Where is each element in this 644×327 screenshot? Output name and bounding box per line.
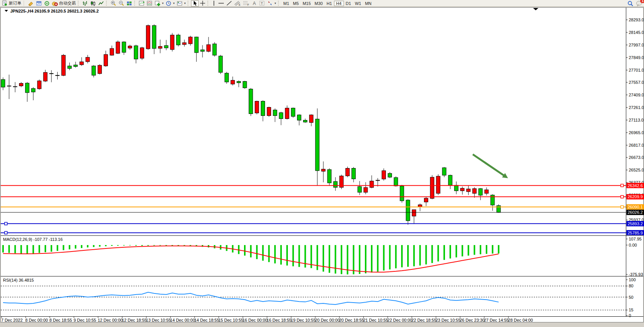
time-label: 8 Dec 18:55 [50,318,72,322]
rsi-axis-label: 50 [629,295,633,300]
price-tick-label: 26965.0 [629,130,644,135]
zoom-in-icon [110,0,116,6]
timeframe-m1[interactable]: M1 [281,1,291,6]
candle [183,43,186,45]
svg-text:T: T [261,2,263,5]
zoom-in-button[interactable] [109,0,117,6]
time-label: 12 Dec 00:00 [98,318,122,322]
svg-text:A: A [253,1,256,6]
indicator-windows-button[interactable] [146,0,153,6]
timeframe-m15[interactable]: M15 [301,1,313,6]
macd-bar [419,245,421,266]
timeframe-m5[interactable]: M5 [291,1,300,6]
fibonacci-icon: F [243,0,250,6]
candle [213,44,217,55]
candle [62,55,66,75]
tile-windows-button[interactable] [125,0,133,6]
toolbar: 新订单 自动交易 ▾ ▾ [0,0,644,7]
time-label: 20 Dec 18:55 [339,318,364,322]
candlestick-chart-button[interactable] [89,0,97,6]
macd-bar [268,245,270,262]
macd-bar [123,245,125,245]
macd-bar [431,245,433,263]
vertical-line-button[interactable] [211,0,217,6]
horizontal-line-button[interactable] [217,0,225,6]
candle [485,190,488,193]
timeframe-mn[interactable]: MN [363,1,373,6]
open-chart-button[interactable] [35,0,43,6]
candle [158,46,162,48]
candle [430,177,434,199]
text-a-icon: A [252,0,257,6]
add-indicator-button[interactable]: ▾ [154,0,164,6]
new-order-label: 新订单 [9,0,21,6]
timeframe-group: M1M5M15M30H1H4D1W1MN [281,1,373,6]
candle [201,50,204,51]
macd-label: MACD(12,26,9) -107.77 -113.16 [3,237,63,242]
cursor-button[interactable] [191,0,199,6]
macd-bar [262,245,264,261]
macd-bar [111,245,112,246]
svg-text:F: F [247,3,249,6]
arrows-button[interactable]: ▾ [266,0,277,6]
price-tick-label: 27849.0 [629,55,644,60]
price-tick-label: 27701.0 [629,68,644,72]
candle [243,82,247,88]
time-label: 15 Dec 10:55 [218,318,243,322]
search-button[interactable] [626,0,634,6]
timeframe-h4[interactable]: H4 [334,1,344,6]
text-button[interactable]: A [251,0,258,6]
new-order-button[interactable]: 新订单 [1,0,22,6]
macd-bar [286,245,288,266]
candle [364,188,368,192]
add-indicator-icon [154,0,161,6]
line-handle [621,196,623,198]
macd-bar [305,245,306,268]
macd-bar [450,245,451,258]
line-chart-button[interactable] [97,0,105,6]
macd-bar [456,245,457,257]
macd-bar [389,245,390,269]
templates-button[interactable]: ▾ [176,0,186,6]
candle [273,110,277,115]
timeframe-d1[interactable]: D1 [344,1,353,6]
equidistant-channel-button[interactable]: E [233,0,242,6]
auto-trading-button[interactable]: 自动交易 [51,0,77,6]
macd-bar [486,245,487,254]
indicators-button[interactable] [138,0,145,6]
candle [80,62,84,65]
candle [31,88,35,92]
time-label: 22 Dec 18:55 [411,318,436,322]
timeframe-w1[interactable]: W1 [353,1,363,6]
text-label-button[interactable]: T [258,0,266,6]
candle [345,168,349,176]
periods-button[interactable]: ▾ [165,0,175,6]
candle [466,189,470,192]
candle [454,185,458,191]
trendline-button[interactable] [225,0,233,6]
crosshair-icon [200,0,206,6]
candle [297,115,301,120]
time-label: 26 Dec 23:30 [460,318,485,322]
separator [134,1,137,6]
chat-button[interactable]: 1 [635,0,643,6]
zoom-out-button[interactable] [117,0,125,6]
crosshair-button[interactable] [199,0,206,6]
candle [304,120,307,122]
styler-button[interactable] [27,0,35,6]
chevron-down-icon: ▾ [162,2,164,5]
chart-canvas[interactable]: 28293.028145.027997.027849.027701.027557… [0,0,644,327]
timeframe-m30[interactable]: M30 [313,1,324,6]
macd-axis-label: 0.00 [629,243,637,247]
signals-button[interactable] [43,0,51,6]
bar-chart-button[interactable] [81,0,89,6]
macd-bar [14,245,16,253]
fibonacci-button[interactable]: F [242,0,251,6]
candle [309,115,313,122]
macd-bar [21,245,22,254]
time-label: 28 Dec 04:00 [508,318,533,322]
signal-icon [44,0,50,6]
separator [278,1,280,6]
timeframe-h1[interactable]: H1 [324,1,334,6]
macd-bar [492,245,493,253]
